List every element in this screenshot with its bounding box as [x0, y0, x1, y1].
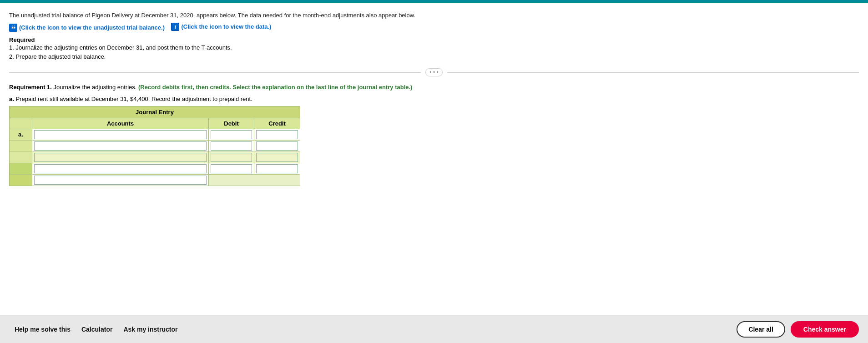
header-debit: Debit	[209, 118, 254, 129]
sub-a-text: Prepaid rent still available at December…	[15, 96, 252, 102]
table-row	[10, 175, 300, 186]
requirement-main-text: Journalize the adjusting entries.	[54, 84, 137, 91]
credit-cell-1[interactable]	[254, 129, 300, 140]
row-label-a: a.	[10, 129, 32, 140]
ask-instructor-button[interactable]: Ask my instructor	[118, 322, 183, 337]
debit-input-4[interactable]	[211, 164, 252, 173]
journal-entry-table: Journal Entry Accounts Debit Credit a.	[9, 106, 300, 186]
header-credit: Credit	[254, 118, 300, 129]
main-content: The unadjusted trial balance of Pigeon D…	[0, 3, 868, 315]
credit-cell-3[interactable]	[254, 152, 300, 163]
account-cell-2[interactable]	[32, 141, 209, 151]
data-link-text: (Click the icon to view the data.)	[181, 23, 271, 30]
calculator-button[interactable]: Calculator	[76, 322, 118, 337]
requirement-heading: Requirement 1. Journalize the adjusting …	[9, 83, 859, 92]
grid-icon: ☷	[9, 24, 17, 32]
account-cell-3[interactable]	[32, 152, 209, 163]
trial-balance-link[interactable]: ☷ (Click the icon to view the unadjusted…	[9, 24, 165, 32]
debit-cell-explanation	[209, 175, 254, 186]
credit-cell-2[interactable]	[254, 141, 300, 151]
info-icon: i	[171, 23, 179, 31]
credit-input-2[interactable]	[256, 141, 298, 151]
account-input-4[interactable]	[34, 164, 207, 173]
required-title: Required	[9, 36, 859, 43]
account-cell-1[interactable]	[32, 129, 209, 140]
account-input-explanation[interactable]	[34, 176, 207, 185]
divider-line-left	[9, 72, 421, 73]
debit-cell-4[interactable]	[209, 163, 254, 174]
divider: • • •	[9, 68, 859, 76]
requirement-label: Requirement 1.	[9, 84, 52, 91]
credit-input-4[interactable]	[256, 164, 298, 173]
credit-input-1[interactable]	[256, 130, 298, 139]
trial-balance-link-text: (Click the icon to view the unadjusted t…	[19, 24, 165, 31]
row-label-4	[10, 163, 32, 174]
credit-cell-4[interactable]	[254, 163, 300, 174]
header-accounts: Accounts	[32, 118, 209, 129]
icon-links-row: ☷ (Click the icon to view the unadjusted…	[9, 23, 859, 32]
header-row-label	[10, 118, 32, 129]
intro-description: The unadjusted trial balance of Pigeon D…	[9, 11, 859, 20]
sub-question-a: a. Prepaid rent still available at Decem…	[9, 96, 859, 102]
debit-input-1[interactable]	[211, 130, 252, 139]
table-row: a.	[10, 129, 300, 141]
account-input-1[interactable]	[34, 130, 207, 139]
help-button[interactable]: Help me solve this	[9, 322, 76, 337]
sub-a-label: a.	[9, 96, 14, 102]
credit-cell-explanation	[254, 175, 300, 186]
required-item2: 2. Prepare the adjusted trial balance.	[9, 52, 859, 62]
divider-line-right	[447, 72, 859, 73]
required-item1: 1. Journalize the adjusting entries on D…	[9, 43, 859, 53]
debit-cell-2[interactable]	[209, 141, 254, 151]
row-label-explanation	[10, 175, 32, 186]
account-cell-explanation[interactable]	[32, 175, 209, 186]
divider-dots: • • •	[425, 68, 442, 76]
clear-all-button[interactable]: Clear all	[737, 321, 785, 338]
table-row	[10, 163, 300, 175]
debit-cell-1[interactable]	[209, 129, 254, 140]
debit-input-3[interactable]	[211, 153, 252, 162]
debit-cell-3[interactable]	[209, 152, 254, 163]
row-label-2	[10, 141, 32, 151]
footer: Help me solve this Calculator Ask my ins…	[0, 315, 868, 343]
credit-input-3[interactable]	[256, 153, 298, 162]
account-cell-4[interactable]	[32, 163, 209, 174]
check-answer-button[interactable]: Check answer	[791, 321, 859, 338]
journal-table-header: Accounts Debit Credit	[10, 118, 300, 129]
requirement-instruction: (Record debits first, then credits. Sele…	[138, 84, 412, 91]
journal-table-title: Journal Entry	[10, 106, 300, 118]
account-input-3[interactable]	[34, 153, 207, 162]
table-row	[10, 141, 300, 152]
row-label-3	[10, 152, 32, 163]
required-section: Required 1. Journalize the adjusting ent…	[9, 36, 859, 62]
table-row	[10, 152, 300, 163]
debit-input-2[interactable]	[211, 141, 252, 151]
data-link[interactable]: i (Click the icon to view the data.)	[171, 23, 271, 31]
account-input-2[interactable]	[34, 141, 207, 151]
